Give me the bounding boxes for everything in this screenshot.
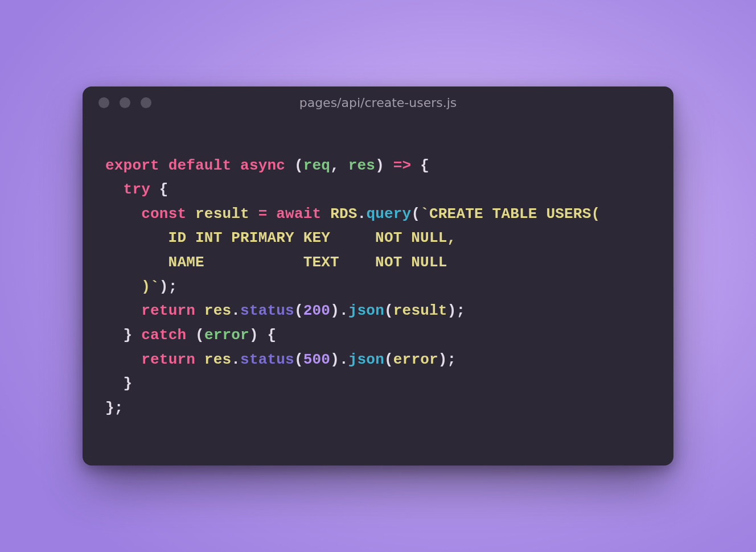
- sql-close: )`: [105, 278, 159, 295]
- punct: (: [411, 205, 420, 223]
- kw-await: await: [276, 205, 321, 223]
- method-query: query: [366, 205, 411, 223]
- kw-return: return: [141, 302, 195, 319]
- method-status: status: [240, 302, 294, 319]
- kw-const: const: [141, 205, 186, 223]
- ident-res2: res: [204, 351, 231, 368]
- punct: );: [159, 278, 178, 295]
- op-eq: =: [258, 205, 268, 223]
- punct: ).: [330, 302, 348, 319]
- punct: .: [231, 351, 240, 368]
- code-window: pages/api/create-users.js export default…: [83, 86, 673, 466]
- ident-result2: result: [393, 302, 447, 319]
- kw-async: async: [240, 157, 285, 174]
- num-500: 500: [303, 351, 330, 368]
- punct: (: [294, 302, 303, 319]
- ident-error: error: [393, 351, 438, 368]
- sql-line2: ID INT PRIMARY KEY NOT NULL,: [105, 229, 456, 246]
- arrow: =>: [393, 157, 412, 174]
- kw-catch: catch: [141, 327, 186, 344]
- punct: ).: [330, 351, 348, 368]
- param-error: error: [204, 327, 249, 344]
- kw-export: export: [105, 157, 159, 174]
- punct: (: [195, 327, 204, 344]
- window-titlebar: pages/api/create-users.js: [83, 86, 673, 120]
- punct: (: [384, 302, 393, 319]
- sql-open: `CREATE TABLE USERS(: [420, 205, 600, 223]
- kw-default: default: [169, 157, 232, 174]
- ident-res: res: [204, 302, 231, 319]
- minimize-icon[interactable]: [120, 97, 130, 108]
- code-block: export default async (req, res) => { try…: [83, 120, 673, 466]
- maximize-icon[interactable]: [141, 97, 151, 108]
- ident-result: result: [195, 205, 249, 223]
- kw-return2: return: [141, 351, 195, 368]
- method-json: json: [348, 302, 384, 319]
- traffic-lights: [98, 97, 151, 108]
- punct: .: [231, 302, 240, 319]
- close-icon[interactable]: [98, 97, 109, 108]
- punct: ,: [330, 157, 348, 174]
- punct: {: [411, 157, 429, 174]
- method-json2: json: [348, 351, 384, 368]
- param-res: res: [348, 157, 375, 174]
- ident-rds: RDS: [330, 205, 357, 223]
- punct: ): [375, 157, 393, 174]
- punct: {: [150, 181, 169, 198]
- punct: .: [358, 205, 367, 223]
- punct: (: [294, 351, 303, 368]
- punct: ) {: [249, 327, 276, 344]
- punct: (: [294, 157, 303, 174]
- punct: );: [447, 302, 466, 319]
- window-title: pages/api/create-users.js: [83, 96, 673, 110]
- method-status2: status: [240, 351, 294, 368]
- num-200: 200: [303, 302, 330, 319]
- punct: };: [105, 399, 124, 417]
- punct: }: [124, 327, 133, 344]
- punct: (: [384, 351, 393, 368]
- param-req: req: [303, 157, 330, 174]
- kw-try: try: [124, 181, 150, 198]
- punct: }: [124, 375, 133, 392]
- punct: );: [438, 351, 457, 368]
- sql-line3: NAME TEXT NOT NULL: [105, 254, 447, 271]
